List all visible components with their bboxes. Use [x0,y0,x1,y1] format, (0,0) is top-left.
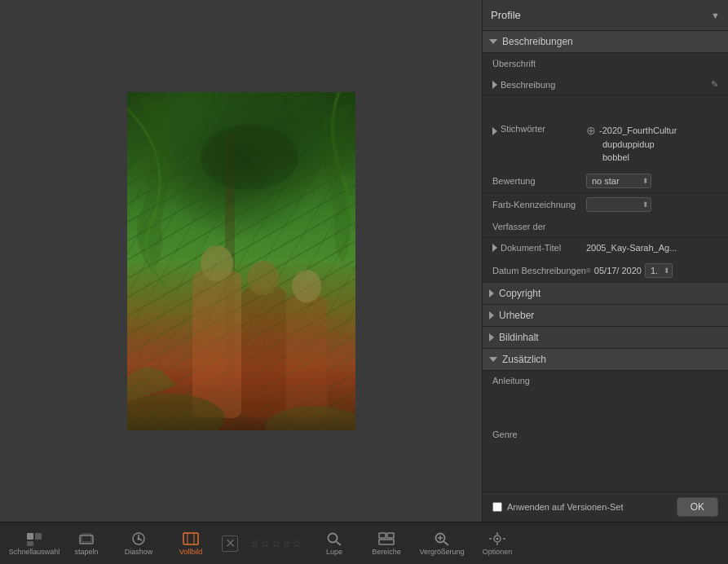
beschreibung-label: Beschreibung [501,80,594,90]
bewertung-label: Bewertung [492,176,586,186]
star-5[interactable]: ☆ [293,538,302,549]
vollbild-label: Vollbild [179,548,203,556]
keyword-2: dupduppidup [586,138,718,152]
tool-stapeln[interactable]: stapeln [60,522,113,564]
svg-line-23 [337,541,342,545]
keywords-content: ⊕ -2020_FourthCultur dupduppidup bobbel [586,124,718,165]
svg-point-32 [496,537,499,540]
ueberschrift-label: Überschrift [492,59,586,68]
anleitung-row: Anleitung [483,371,728,392]
bewertung-select-wrapper[interactable]: no star 1 star 2 stars 3 stars 4 stars 5… [586,174,651,188]
datum-select-wrapper[interactable]: 1. ⬍ [645,263,673,278]
apply-checkbox-area: Anwenden auf Versionen-Set [492,502,624,512]
apply-checkbox[interactable] [492,502,502,512]
farb-select-wrapper[interactable]: ⬍ [586,197,651,212]
bildinhalt-label: Bildinhalt [499,332,539,343]
star-4[interactable]: ☆ [282,538,291,549]
date-lines-icon: ≡ [586,266,591,275]
vergroesserung-label: Vergrößerung [419,548,464,556]
bewertung-row: Bewertung no star 1 star 2 stars 3 stars… [483,170,728,193]
star-1[interactable]: ☆ [250,538,259,549]
datum-row: Datum Beschreibungen ≡ 05/17/ 2020 1. ⬍ [483,259,728,283]
dokument-row: Dokument-Titel 2005_Kay-Sarah_Ag... [483,238,728,259]
ok-button[interactable]: OK [677,497,718,517]
beschreibung-triangle [492,81,497,89]
keyword-1: -2020_FourthCultur [599,124,677,138]
apply-label: Anwenden auf Versionen-Set [507,502,624,512]
diashow-icon [130,531,148,546]
zusaetzlich-label: Zusätzlich [502,354,546,365]
stichwörter-triangle [492,127,497,135]
star-2[interactable]: ☆ [261,538,270,549]
urheber-label: Urheber [499,310,534,321]
urheber-triangle [489,311,494,319]
tool-vollbild[interactable]: Vollbild [165,522,217,564]
ueberschrift-row: Überschrift [483,53,728,74]
verfasser-row: Verfasser der [483,217,728,238]
section-copyright-header[interactable]: Copyright [483,283,728,305]
beschreibungen-triangle [489,39,497,44]
star-3[interactable]: ☆ [271,538,280,549]
schnellauswahl-icon [25,531,43,546]
main-area: Profile ▼ Beschreibungen Überschrift Bes… [0,0,728,522]
section-bildinhalt-header[interactable]: Bildinhalt [483,327,728,349]
bottom-panel: Anwenden auf Versionen-Set OK [483,491,728,522]
stapeln-label: stapeln [74,548,98,556]
verfasser-label: Verfasser der [492,222,586,231]
keyword-3: bobbel [586,151,718,165]
tool-lupe[interactable]: Lupe [308,522,360,564]
copyright-triangle [489,289,494,297]
keywords-plus-icon[interactable]: ⊕ [586,124,596,137]
bereiche-icon [377,531,395,546]
stars-display[interactable]: ☆ ☆ ☆ ☆ ☆ [250,538,302,549]
tool-vergrösserung[interactable]: Vergrößerung [413,522,471,564]
section-urheber-header[interactable]: Urheber [483,305,728,327]
bewertung-select[interactable]: no star 1 star 2 stars 3 stars 4 stars 5… [586,174,651,188]
profile-header: Profile ▼ [483,0,728,31]
tool-schnellauswahl[interactable]: Schnellauswahl [8,522,60,564]
optionen-label: Optionen [483,548,513,556]
section-beschreibungen-header[interactable]: Beschreibungen [483,31,728,53]
beschreibung-edit-icon[interactable]: ✎ [711,79,718,90]
schnellauswahl-label: Schnellauswahl [9,548,60,556]
svg-line-28 [444,541,449,545]
tool-stars[interactable]: ☆ ☆ ☆ ☆ ☆ [243,522,308,564]
beschreibungen-label: Beschreibungen [502,36,573,47]
section-zusaetzlich-header[interactable]: Zusätzlich [483,349,728,371]
tool-optionen[interactable]: Optionen [471,522,523,564]
panel-content[interactable]: Beschreibungen Überschrift Beschreibung … [483,31,728,491]
stichwörter-row: Stichwörter ⊕ -2020_FourthCultur dupdupp… [483,120,728,170]
filter-icon[interactable]: ▼ [711,11,720,20]
datum-select[interactable]: 1. [645,263,673,278]
optionen-icon [488,531,506,546]
genre-row: Genre [483,425,728,446]
datum-label: Datum Beschreibungen [492,266,586,275]
svg-point-7 [292,270,321,302]
dokument-triangle [492,244,497,252]
photo-container [127,92,355,430]
stapeln-icon [77,531,95,546]
genre-label: Genre [492,430,586,439]
farb-label: Farb-Kennzeichnung [492,200,586,209]
svg-rect-26 [379,540,394,544]
svg-rect-11 [35,533,42,540]
datum-value: ≡ 05/17/ 2020 1. ⬍ [586,263,673,278]
svg-rect-25 [387,533,394,538]
lupe-label: Lupe [326,548,342,556]
tool-cancel[interactable]: ✕ [217,522,243,564]
stichwörter-label: Stichwörter [501,124,594,134]
tool-diashow[interactable]: Diashow [113,522,165,564]
svg-rect-19 [183,533,198,544]
copyright-label: Copyright [499,288,540,299]
beschreibung-row: Beschreibung ✎ [483,74,728,95]
svg-rect-4 [286,296,327,418]
farb-row: Farb-Kennzeichnung ⬍ [483,193,728,217]
zusaetzlich-triangle [489,357,497,362]
diashow-label: Diashow [125,548,153,556]
svg-point-18 [138,537,140,540]
image-area [0,0,482,522]
cancel-icon[interactable]: ✕ [222,535,238,552]
tool-bereiche[interactable]: Bereiche [360,522,413,564]
farb-select[interactable] [586,197,651,212]
bildinhalt-triangle [489,333,494,341]
